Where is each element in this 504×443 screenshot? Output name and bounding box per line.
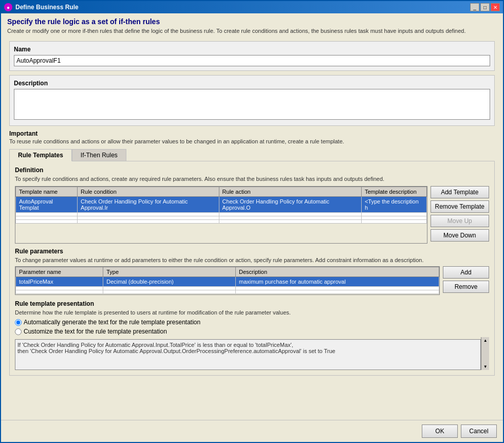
preview-area: If 'Check Order Handling Policy for Auto… — [15, 337, 489, 370]
content-area: Specify the rule logic as a set of if-th… — [1, 13, 503, 420]
table-row[interactable]: AutoApproval Templat Check Order Handlin… — [16, 197, 427, 213]
scroll-up-icon[interactable]: ▲ — [483, 338, 488, 343]
radio-auto-option: Automatically generate the text for the … — [15, 319, 489, 326]
template-table: Template name Rule condition Rule action… — [15, 187, 427, 224]
window-title: Define Business Rule — [15, 4, 79, 11]
col-param-description: Description — [236, 267, 439, 277]
page-title: Specify the rule logic as a set of if-th… — [7, 17, 497, 26]
radio-custom-option: Customize the text for the rule template… — [15, 328, 489, 335]
presentation-preview: If 'Check Order Handling Policy for Auto… — [15, 339, 481, 370]
rule-parameters-section: Rule parameters To change parameter valu… — [15, 248, 489, 295]
maximize-button[interactable]: □ — [480, 3, 490, 11]
scroll-area[interactable]: Name Description Important To reuse rule… — [7, 39, 497, 416]
cancel-button[interactable]: Cancel — [461, 424, 497, 438]
col-param-type: Type — [103, 267, 236, 277]
table-row[interactable] — [16, 213, 427, 216]
cell-template-name: AutoApproval Templat — [16, 197, 78, 213]
tab-content: Definition To specify rule conditions an… — [9, 161, 495, 376]
params-table: Parameter name Type Description totalPri… — [15, 267, 439, 294]
template-area: Template name Rule condition Rule action… — [15, 186, 489, 244]
move-up-button[interactable]: Move Up — [431, 215, 490, 227]
description-textarea[interactable] — [14, 89, 490, 120]
params-table-container: Parameter name Type Description totalPri… — [15, 266, 440, 295]
presentation-section: Rule template presentation Determine how… — [15, 300, 489, 370]
move-down-button[interactable]: Move Down — [431, 229, 490, 242]
radio-custom-label: Customize the text for the rule template… — [24, 328, 167, 335]
table-row[interactable] — [16, 287, 439, 290]
tab-bar: Rule Templates If-Then Rules — [9, 149, 495, 161]
table-row[interactable]: totalPriceMax Decimal (double-precision)… — [16, 277, 439, 287]
title-bar: ● Define Business Rule _ □ ✕ — [1, 1, 503, 13]
presentation-description: Determine how the rule template is prese… — [15, 309, 489, 316]
name-label: Name — [14, 46, 490, 53]
col-rule-action: Rule action — [219, 187, 361, 197]
close-button[interactable]: ✕ — [491, 3, 500, 11]
cell-rule-action: Check Order Handling Policy for Automati… — [219, 197, 361, 213]
tabs-container: Rule Templates If-Then Rules Definition … — [9, 149, 495, 376]
footer: OK Cancel — [1, 420, 503, 442]
remove-param-button[interactable]: Remove — [443, 281, 489, 293]
important-text: To reuse rule conditions and actions or … — [9, 138, 495, 144]
description-section: Description — [9, 75, 495, 126]
rule-parameters-label: Rule parameters — [15, 248, 489, 255]
scroll-down-icon[interactable]: ▼ — [483, 364, 488, 369]
name-input[interactable] — [14, 55, 490, 66]
definition-label: Definition — [15, 167, 489, 174]
radio-custom[interactable] — [15, 328, 22, 335]
add-param-button[interactable]: Add — [443, 266, 489, 279]
remove-template-button[interactable]: Remove Template — [431, 200, 490, 213]
cell-template-description: <Type the description h — [361, 197, 426, 213]
definition-description: To specify rule conditions and actions, … — [15, 176, 489, 182]
important-section: Important To reuse rule conditions and a… — [9, 130, 495, 144]
cell-param-name: totalPriceMax — [16, 277, 103, 287]
tab-if-then-rules[interactable]: If-Then Rules — [72, 149, 126, 161]
main-window: ● Define Business Rule _ □ ✕ Specify the… — [0, 0, 504, 443]
params-area: Parameter name Type Description totalPri… — [15, 266, 489, 295]
rule-parameters-description: To change parameter values at runtime or… — [15, 257, 489, 263]
minimize-button[interactable]: _ — [470, 3, 479, 11]
table-row[interactable] — [16, 216, 427, 220]
important-label: Important — [9, 130, 495, 137]
page-description: Create or modify one or more if-then rul… — [7, 28, 497, 34]
ok-button[interactable]: OK — [422, 424, 458, 438]
radio-auto[interactable] — [15, 319, 22, 326]
add-template-button[interactable]: Add Template — [431, 186, 490, 198]
table-row[interactable] — [16, 290, 439, 294]
description-label: Description — [14, 80, 490, 87]
title-buttons: _ □ ✕ — [470, 3, 500, 11]
col-rule-condition: Rule condition — [78, 187, 219, 197]
name-section: Name — [9, 41, 495, 71]
params-button-group: Add Remove — [443, 266, 489, 295]
table-row[interactable] — [16, 220, 427, 224]
template-button-group: Add Template Remove Template Move Up Mov… — [431, 186, 490, 244]
template-table-container: Template name Rule condition Rule action… — [15, 186, 427, 244]
scroll-controls: ▲ ▼ — [481, 337, 489, 370]
cell-param-type: Decimal (double-precision) — [103, 277, 236, 287]
col-template-name: Template name — [16, 187, 78, 197]
window-icon: ● — [4, 3, 12, 11]
tab-rule-templates[interactable]: Rule Templates — [9, 149, 72, 161]
cell-rule-condition: Check Order Handling Policy for Automati… — [78, 197, 219, 213]
col-template-description: Template description — [361, 187, 426, 197]
col-param-name: Parameter name — [16, 267, 103, 277]
presentation-label: Rule template presentation — [15, 300, 489, 307]
cell-param-description: maximum purchase for automatic approval — [236, 277, 439, 287]
radio-auto-label: Automatically generate the text for the … — [24, 319, 200, 326]
